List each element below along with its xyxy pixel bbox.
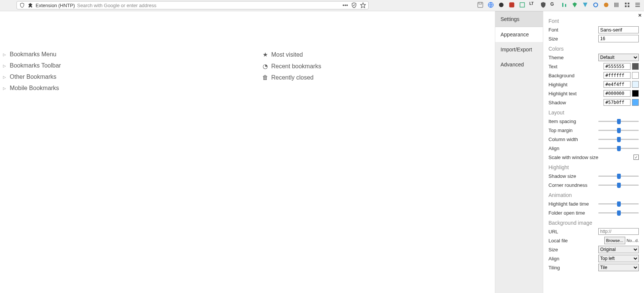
color-input[interactable] <box>604 99 631 106</box>
font-size-input[interactable] <box>598 35 639 42</box>
slider[interactable] <box>598 121 639 122</box>
caret-icon: ▷ <box>3 64 7 68</box>
svg-point-4 <box>499 3 504 7</box>
label-size: Size <box>548 36 598 42</box>
section-layout: Layout <box>548 110 639 116</box>
slider-label: Align <box>548 146 598 151</box>
bookmarks-area: ▷Bookmarks Menu▷Bookmarks Toolbar▷Other … <box>0 11 435 293</box>
slider[interactable] <box>598 176 639 177</box>
theme-select[interactable]: Default <box>598 54 639 61</box>
slider[interactable] <box>598 139 639 140</box>
addon-icon-11[interactable] <box>603 2 610 8</box>
bookmarks-column-right: ★Most visited◔Recent bookmarks🗑Recently … <box>262 49 412 83</box>
svg-point-9 <box>594 3 598 7</box>
slider[interactable] <box>598 212 639 213</box>
svg-rect-13 <box>625 6 627 8</box>
slider[interactable] <box>598 130 639 131</box>
slider-label: Folder open time <box>548 210 598 216</box>
addon-icon-9[interactable] <box>582 2 589 8</box>
globe-icon[interactable] <box>487 2 494 8</box>
tab-advanced[interactable]: Advanced <box>495 57 543 72</box>
location-search-placeholder[interactable]: Search with Google or enter address <box>77 3 341 8</box>
location-bar[interactable]: Extension (HNTP) Search with Google or e… <box>16 1 369 9</box>
bookmark-folder[interactable]: ▷Mobile Bookmarks <box>3 83 228 94</box>
addon-icon-13[interactable] <box>624 2 631 8</box>
tab-appearance[interactable]: Appearance <box>495 27 543 42</box>
bookmark-label: Recently closed <box>271 74 314 81</box>
bookmark-label: Bookmarks Toolbar <box>10 62 61 69</box>
slider-label: Corner roundness <box>548 182 598 188</box>
ellipsis-icon[interactable]: ••• <box>342 2 348 8</box>
color-input[interactable] <box>604 81 631 88</box>
slider[interactable] <box>598 148 639 149</box>
addon-icon-12[interactable] <box>613 2 620 8</box>
bookmark-special[interactable]: ◔Recent bookmarks <box>262 60 412 72</box>
svg-rect-5 <box>509 2 514 8</box>
color-swatch[interactable] <box>632 99 639 106</box>
star-icon[interactable] <box>360 2 366 8</box>
bookmark-special[interactable]: 🗑Recently closed <box>262 72 412 83</box>
color-swatch[interactable] <box>632 72 639 79</box>
bookmark-label: Other Bookmarks <box>10 74 56 80</box>
label-scale: Scale with window size <box>548 155 634 160</box>
bg-size-select[interactable]: Original <box>598 246 639 253</box>
section-animation: Animation <box>548 192 639 198</box>
location-extension-label: Extension (HNTP) <box>36 3 75 8</box>
browser-top-bar: Extension (HNTP) Search with Google or e… <box>0 0 644 11</box>
addon-icon-4[interactable]: LT <box>529 2 536 8</box>
color-label: Highlight text <box>548 91 604 96</box>
section-font: Font <box>548 18 639 24</box>
slider[interactable] <box>598 185 639 186</box>
svg-rect-11 <box>625 3 627 5</box>
bookmark-folder[interactable]: ▷Other Bookmarks <box>3 71 228 83</box>
addon-icon-3[interactable] <box>519 2 526 8</box>
label-localfile: Local file <box>548 238 604 243</box>
shield-icon <box>19 2 25 8</box>
addon-icon-8[interactable] <box>571 2 578 8</box>
tab-import-export[interactable]: Import/Export <box>495 42 543 57</box>
item-icon: ◔ <box>262 63 268 70</box>
color-input[interactable] <box>604 63 631 70</box>
addon-icon-10[interactable] <box>592 2 599 8</box>
bg-url-input[interactable] <box>598 228 639 235</box>
addon-icon-2[interactable] <box>508 2 515 8</box>
color-swatch[interactable] <box>632 81 639 88</box>
bg-align-select[interactable]: Top left <box>598 255 639 262</box>
color-swatch[interactable] <box>632 63 639 70</box>
addon-icon-7[interactable] <box>561 2 568 8</box>
font-input[interactable] <box>598 26 639 33</box>
bg-tiling-select[interactable]: Tile <box>598 264 639 271</box>
bookmark-label: Bookmarks Menu <box>10 51 57 58</box>
addon-icon-6[interactable]: G <box>550 2 557 8</box>
addon-icon-5[interactable] <box>540 2 547 8</box>
label-bg-align: Align <box>548 256 598 261</box>
file-status: No...d. <box>627 238 639 243</box>
color-label: Background <box>548 73 604 78</box>
addon-icon-1[interactable] <box>498 2 505 8</box>
bookmark-label: Recent bookmarks <box>271 63 321 70</box>
color-label: Shadow <box>548 100 604 105</box>
section-bgimage: Background image <box>548 220 639 226</box>
close-icon[interactable]: ✕ <box>638 13 642 18</box>
toolbar-icons: LT G <box>477 2 641 8</box>
caret-icon: ▷ <box>3 86 7 90</box>
bookmark-folder[interactable]: ▷Bookmarks Toolbar <box>3 60 228 71</box>
tab-settings[interactable]: Settings <box>495 11 543 27</box>
bookmark-folder[interactable]: ▷Bookmarks Menu <box>3 49 228 60</box>
color-input[interactable] <box>604 90 631 97</box>
section-colors: Colors <box>548 46 639 52</box>
browse-button[interactable]: Browse... <box>604 237 625 244</box>
save-icon[interactable] <box>477 2 484 8</box>
color-input[interactable] <box>604 72 631 79</box>
reader-icon[interactable] <box>351 2 357 8</box>
settings-tabs: SettingsAppearanceImport/ExportAdvanced <box>495 11 543 293</box>
slider-label: Item spacing <box>548 119 598 124</box>
slider[interactable] <box>598 203 639 204</box>
menu-icon[interactable] <box>634 2 641 8</box>
color-swatch[interactable] <box>632 90 639 97</box>
slider-label: Column width <box>548 137 598 142</box>
bookmark-special[interactable]: ★Most visited <box>262 49 412 60</box>
scale-checkbox[interactable]: ✓ <box>634 155 639 160</box>
caret-icon: ▷ <box>3 53 7 57</box>
slider-label: Shadow size <box>548 173 598 179</box>
